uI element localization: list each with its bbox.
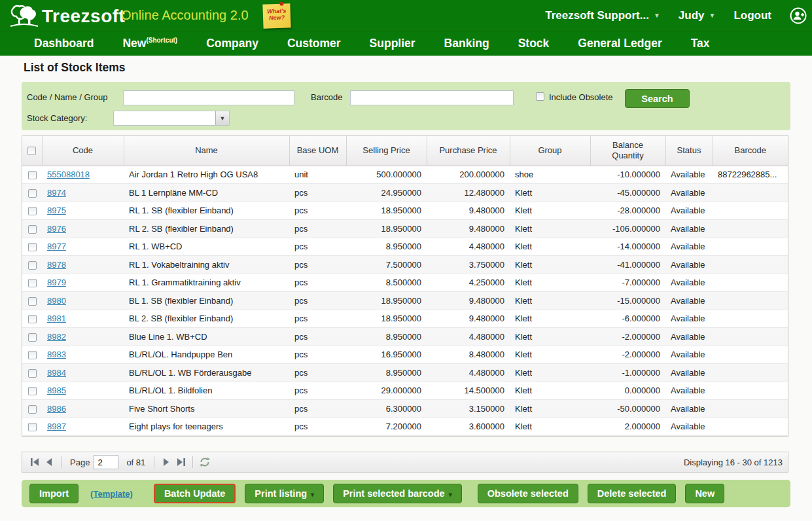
table-row: 8976RL 2. SB (flexibler Einband)pcs18.95… <box>22 220 788 238</box>
user-menu[interactable]: Judy ▼ <box>679 9 716 22</box>
table-row: 8975RL 1. SB (flexibler Einband)pcs18.95… <box>22 202 788 220</box>
stock-code-link[interactable]: 8981 <box>47 314 66 323</box>
stock-code-link[interactable]: 8980 <box>47 296 66 306</box>
support-menu[interactable]: Treezsoft Support... ▼ <box>545 9 660 22</box>
select-all-checkbox[interactable] <box>27 147 36 155</box>
print-selected-barcode-button[interactable]: Print selected barcode▾ <box>333 484 462 503</box>
row-checkbox[interactable] <box>28 315 37 323</box>
row-checkbox[interactable] <box>28 225 37 234</box>
page-title: List of Stock Items <box>24 61 126 75</box>
new-button[interactable]: New <box>685 484 724 503</box>
print-listing-button[interactable]: Print listing▾ <box>245 484 324 503</box>
logout-link[interactable]: Logout <box>733 9 771 22</box>
cell-name: RL 1. Grammatiktraining aktiv <box>124 274 289 292</box>
row-checkbox[interactable] <box>28 171 37 179</box>
import-button[interactable]: Import <box>29 484 79 503</box>
cell-code: 8981 <box>42 310 124 328</box>
table-row: 8982Blue Line 1. WB+CDpcs8.9500004.48000… <box>22 328 788 346</box>
cell-uom: pcs <box>289 256 346 274</box>
column-header-barcode[interactable]: Barcode <box>713 136 788 166</box>
stock-code-link[interactable]: 8977 <box>47 242 66 251</box>
stock-code-link[interactable]: 8978 <box>47 260 66 270</box>
delete-selected-button[interactable]: Delete selected <box>588 484 677 503</box>
row-checkbox[interactable] <box>28 369 37 378</box>
nav-item-supplier[interactable]: Supplier <box>370 37 415 50</box>
refresh-icon[interactable] <box>198 455 212 469</box>
stock-code-link[interactable]: 8982 <box>47 332 66 342</box>
next-page-button[interactable] <box>159 455 173 469</box>
column-header-group[interactable]: Group <box>510 136 590 166</box>
stock-category-select[interactable]: ▼ <box>113 111 230 126</box>
row-checkbox[interactable] <box>28 279 37 287</box>
column-header-status[interactable]: Status <box>665 136 713 166</box>
column-header-name[interactable]: Name <box>124 136 289 166</box>
cell-barcode <box>713 184 788 202</box>
nav-item-new[interactable]: New(Shortcut) <box>122 37 177 50</box>
nav-item-banking[interactable]: Banking <box>444 37 489 50</box>
add-user-icon[interactable] <box>790 7 807 24</box>
treezsoft-logo[interactable]: Treezsoft <box>7 2 125 31</box>
column-header-code[interactable]: Code <box>42 136 124 166</box>
cell-barcode <box>713 328 788 346</box>
barcode-input[interactable] <box>350 90 514 105</box>
stock-code-link[interactable]: 8985 <box>47 386 66 395</box>
row-checkbox[interactable] <box>28 243 37 251</box>
stock-items-table: Code Name Base UOM Selling Price Purchas… <box>22 135 788 437</box>
stock-code-link[interactable]: 8975 <box>47 206 66 215</box>
cell-uom: pcs <box>289 184 346 202</box>
stock-code-link[interactable]: 8983 <box>47 350 66 359</box>
obsolete-selected-button[interactable]: Obsolete selected <box>478 484 578 503</box>
stock-code-link[interactable]: 8984 <box>47 368 66 378</box>
stock-code-link[interactable]: 8976 <box>47 224 66 234</box>
row-checkbox[interactable] <box>28 261 37 270</box>
column-header-purchase-price[interactable]: Purchase Price <box>427 136 510 166</box>
cell-purchase: 9.480000 <box>427 310 510 328</box>
row-checkbox[interactable] <box>28 405 37 414</box>
nav-item-general-ledger[interactable]: General Ledger <box>578 37 662 50</box>
first-page-button[interactable] <box>27 455 42 469</box>
table-row: 8984BL/RL/OL 1. WB Förderausgabepcs8.950… <box>22 364 788 382</box>
nav-item-tax[interactable]: Tax <box>691 37 710 50</box>
page-count-label: of 81 <box>126 458 145 467</box>
cell-group: Klett <box>510 310 590 328</box>
stock-code-link[interactable]: 8974 <box>47 188 66 198</box>
template-link[interactable]: (Template) <box>90 489 133 499</box>
row-checkbox[interactable] <box>28 189 37 198</box>
cell-status: Available <box>665 382 713 400</box>
nav-item-dashboard[interactable]: Dashboard <box>34 37 94 50</box>
cell-selling: 18.950000 <box>346 220 427 238</box>
column-header-base-uom[interactable]: Base UOM <box>289 136 346 166</box>
code-name-group-input[interactable] <box>123 90 294 105</box>
cell-status: Available <box>665 238 713 256</box>
column-header-selling-price[interactable]: Selling Price <box>346 136 427 166</box>
stock-code-link[interactable]: 8979 <box>47 278 66 287</box>
row-checkbox[interactable] <box>28 333 37 342</box>
cell-uom: pcs <box>289 418 346 436</box>
whats-new-note[interactable]: What's New? <box>262 3 291 28</box>
search-button[interactable]: Search <box>625 89 690 108</box>
last-page-button[interactable] <box>173 455 188 469</box>
cell-purchase: 3.600000 <box>427 418 510 436</box>
stock-code-link[interactable]: 8986 <box>47 404 66 414</box>
stock-code-link[interactable]: 555088018 <box>47 170 90 179</box>
row-checkbox[interactable] <box>28 423 37 431</box>
row-checkbox[interactable] <box>28 207 37 215</box>
cell-purchase: 8.480000 <box>427 346 510 364</box>
previous-page-button[interactable] <box>42 455 56 469</box>
row-checkbox[interactable] <box>28 351 37 359</box>
stock-code-link[interactable]: 8987 <box>47 422 66 431</box>
row-checkbox[interactable] <box>28 387 37 395</box>
page-number-input[interactable] <box>94 455 118 469</box>
include-obsolete-checkbox[interactable] <box>536 92 544 101</box>
nav-item-stock[interactable]: Stock <box>518 37 550 50</box>
nav-item-company[interactable]: Company <box>206 37 258 50</box>
cell-status: Available <box>665 220 713 238</box>
batch-update-button[interactable]: Batch Update <box>154 484 236 503</box>
column-header-balance-quantity[interactable]: Balance Quantity <box>590 136 665 166</box>
cell-name: RL 1. WB+CD <box>124 238 289 256</box>
displaying-count-label: Displaying 16 - 30 of 1213 <box>684 458 783 467</box>
table-row: 8981BL 2. SB (flexibler Einband)pcs18.95… <box>22 310 788 328</box>
nav-item-customer[interactable]: Customer <box>287 37 341 50</box>
cell-status: Available <box>665 400 713 418</box>
row-checkbox[interactable] <box>28 297 37 306</box>
